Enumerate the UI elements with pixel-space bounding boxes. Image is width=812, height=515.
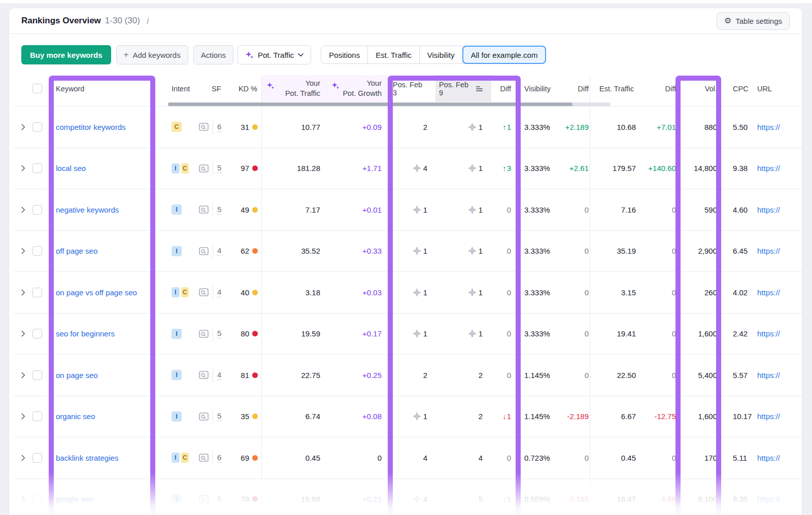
select-all-checkbox[interactable] <box>32 84 42 93</box>
serp-features-count[interactable]: 4 <box>217 370 221 380</box>
column-header-pos-feb9[interactable]: Pos. Feb 9 <box>435 75 491 102</box>
row-checkbox[interactable] <box>32 370 42 380</box>
column-header-est-traffic[interactable]: Est. Traffic <box>590 75 637 102</box>
url-link[interactable]: https:// <box>757 164 780 173</box>
serp-features-count[interactable]: 5 <box>217 205 221 215</box>
column-header-vol[interactable]: Vol. <box>678 75 719 102</box>
column-header-url[interactable]: URL <box>748 75 802 102</box>
row-checkbox[interactable] <box>32 411 42 421</box>
serp-features-icon[interactable] <box>199 205 209 214</box>
intent-badge-i[interactable]: I <box>172 287 180 297</box>
serp-features-count[interactable]: 5 <box>217 411 221 421</box>
row-checkbox[interactable] <box>32 288 42 297</box>
url-link[interactable]: https:// <box>757 288 780 297</box>
serp-features-icon[interactable] <box>199 371 209 379</box>
column-header-diff3[interactable]: Diff <box>637 75 678 102</box>
row-checkbox[interactable] <box>32 122 42 132</box>
url-link[interactable]: https:// <box>757 412 780 421</box>
intent-badge-c[interactable]: C <box>181 287 189 297</box>
keyword-link[interactable]: seo for beginners <box>56 329 115 338</box>
column-header-intent[interactable]: Intent <box>157 75 189 102</box>
intent-badge-i[interactable]: I <box>172 329 182 339</box>
column-header-kd[interactable]: KD % <box>229 75 262 102</box>
serp-features-count[interactable]: 5 <box>217 329 221 338</box>
serp-features-icon[interactable] <box>199 454 209 462</box>
buy-more-keywords-button[interactable]: Buy more keywords <box>21 45 111 64</box>
keyword-link[interactable]: on page seo <box>56 371 98 380</box>
keyword-link[interactable]: local seo <box>56 164 86 173</box>
intent-badge-i[interactable]: I <box>172 411 182 422</box>
serp-features-icon[interactable] <box>199 247 209 255</box>
row-expand-chevron[interactable] <box>21 289 25 296</box>
row-expand-chevron[interactable] <box>21 165 25 171</box>
column-header-pot-traffic[interactable]: Your Pot. Traffic <box>262 75 327 102</box>
column-header-diff[interactable]: Diff <box>491 75 520 102</box>
intent-badge-i[interactable]: I <box>172 163 180 174</box>
horizontal-scrollbar-thumb[interactable] <box>168 102 572 106</box>
add-keywords-button[interactable]: + Add keywords <box>116 45 188 64</box>
serp-features-icon[interactable] <box>199 330 209 338</box>
url-link[interactable]: https:// <box>757 454 780 462</box>
info-icon[interactable]: i <box>146 16 149 25</box>
serp-features-icon[interactable] <box>199 495 209 503</box>
tab-visibility[interactable]: Visibility <box>420 46 463 63</box>
intent-badge-c[interactable]: C <box>172 122 182 132</box>
table-settings-button[interactable]: ⚙ Table settings <box>717 12 790 30</box>
intent-badge-i[interactable]: I <box>172 453 180 463</box>
column-header-pos-feb3[interactable]: Pos. Feb 3 <box>389 75 435 102</box>
intent-badge-i[interactable]: I <box>172 204 182 215</box>
row-expand-chevron[interactable] <box>21 207 25 213</box>
serp-features-icon[interactable] <box>199 164 209 173</box>
keyword-link[interactable]: organic seo <box>56 412 95 421</box>
row-checkbox[interactable] <box>32 205 42 215</box>
column-header-sf[interactable]: SF <box>189 75 229 102</box>
tab-all-for-domain[interactable]: All for example.com <box>462 46 547 64</box>
keyword-link[interactable]: off page seo <box>56 247 97 255</box>
keyword-link[interactable]: google seo <box>56 495 93 503</box>
keyword-link[interactable]: competitor keywords <box>56 123 126 131</box>
serp-features-count[interactable]: 6 <box>217 494 221 504</box>
row-checkbox[interactable] <box>32 163 42 173</box>
row-expand-chevron[interactable] <box>21 455 25 461</box>
keyword-link[interactable]: on page vs off page seo <box>56 288 137 297</box>
serp-features-icon[interactable] <box>199 288 209 296</box>
column-header-visibility[interactable]: Visibility <box>520 75 566 102</box>
url-link[interactable]: https:// <box>757 329 780 338</box>
row-checkbox[interactable] <box>32 329 42 338</box>
intent-badge-i[interactable]: I <box>172 370 182 380</box>
row-expand-chevron[interactable] <box>21 124 25 130</box>
row-checkbox[interactable] <box>32 494 42 504</box>
row-expand-chevron[interactable] <box>21 372 25 379</box>
url-link[interactable]: https:// <box>757 371 780 380</box>
column-header-diff2[interactable]: Diff <box>566 75 590 102</box>
column-header-pot-growth[interactable]: Your Pot. Growth <box>327 75 389 102</box>
serp-features-count[interactable]: 6 <box>217 453 221 463</box>
column-header-keyword[interactable]: Keyword <box>50 75 157 102</box>
actions-button[interactable]: Actions <box>193 45 233 64</box>
metric-dropdown[interactable]: Pot. Traffic <box>238 45 311 64</box>
row-expand-chevron[interactable] <box>21 330 25 337</box>
serp-features-count[interactable]: 5 <box>217 163 221 173</box>
url-link[interactable]: https:// <box>757 495 780 503</box>
row-expand-chevron[interactable] <box>21 413 25 420</box>
intent-badge-i[interactable]: I <box>172 494 182 504</box>
keyword-link[interactable]: negative keywords <box>56 205 119 214</box>
row-expand-chevron[interactable] <box>21 496 25 502</box>
serp-features-count[interactable]: 4 <box>217 246 221 256</box>
keyword-link[interactable]: backlink strategies <box>56 454 118 462</box>
column-header-cpc[interactable]: CPC <box>719 75 748 102</box>
tab-positions[interactable]: Positions <box>321 46 368 63</box>
row-checkbox[interactable] <box>32 246 42 256</box>
serp-features-count[interactable]: 4 <box>217 288 221 297</box>
tab-est-traffic[interactable]: Est. Traffic <box>368 46 420 63</box>
intent-badge-i[interactable]: I <box>172 246 182 256</box>
intent-badge-c[interactable]: C <box>181 453 189 463</box>
row-checkbox[interactable] <box>32 453 42 463</box>
serp-features-icon[interactable] <box>199 413 209 421</box>
serp-features-count[interactable]: 6 <box>217 122 221 132</box>
row-expand-chevron[interactable] <box>21 248 25 254</box>
serp-features-icon[interactable] <box>199 123 209 131</box>
url-link[interactable]: https:// <box>757 247 780 255</box>
url-link[interactable]: https:// <box>757 205 780 214</box>
intent-badge-c[interactable]: C <box>181 163 189 174</box>
